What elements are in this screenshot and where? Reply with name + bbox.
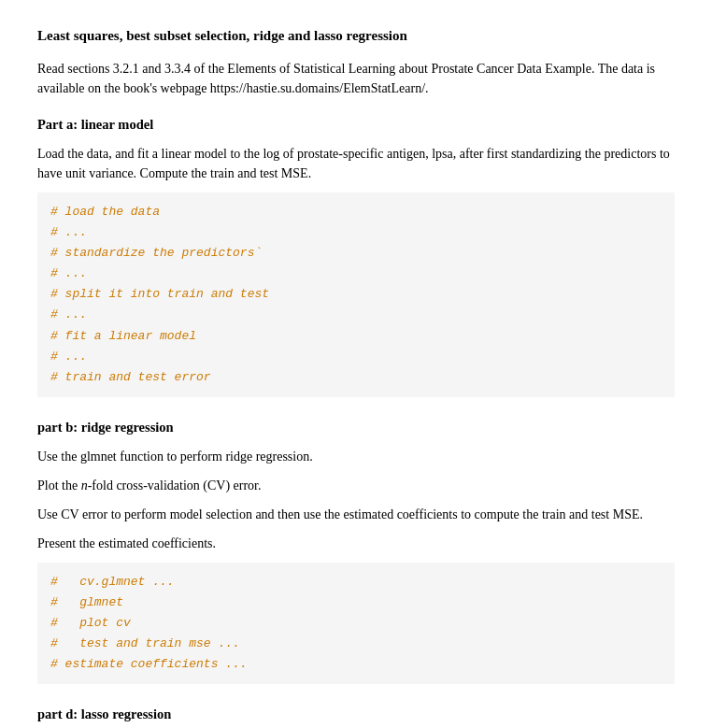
section-heading-a: Part a: linear model — [37, 117, 675, 133]
section-heading-b: part b: ridge regression — [37, 420, 675, 435]
section-b-paragraph-1: Use the glmnet function to perform ridge… — [37, 447, 675, 466]
page-container: Least squares, best subset selection, ri… — [37, 28, 675, 728]
intro-paragraph: Read sections 3.2.1 and 3.3.4 of the Ele… — [37, 59, 675, 98]
section-b-code: # cv.glmnet ... # glmnet # plot cv # tes… — [37, 563, 675, 684]
section-b-paragraph-3: Use CV error to perform model selection … — [37, 505, 675, 524]
section-part-d: part d: lasso regression Use the glmnet … — [37, 707, 675, 728]
section-part-a: Part a: linear model Load the data, and … — [37, 117, 675, 397]
page-title: Least squares, best subset selection, ri… — [37, 28, 675, 44]
section-b-paragraph-4: Present the estimated coefficients. — [37, 534, 675, 553]
section-part-b: part b: ridge regression Use the glmnet … — [37, 420, 675, 684]
section-b-paragraph-2: Plot the n-fold cross-validation (CV) er… — [37, 476, 675, 495]
section-a-code: # load the data # ... # standardize the … — [37, 193, 675, 397]
section-a-paragraph-1: Load the data, and fit a linear model to… — [37, 144, 675, 183]
section-heading-d: part d: lasso regression — [37, 707, 675, 722]
